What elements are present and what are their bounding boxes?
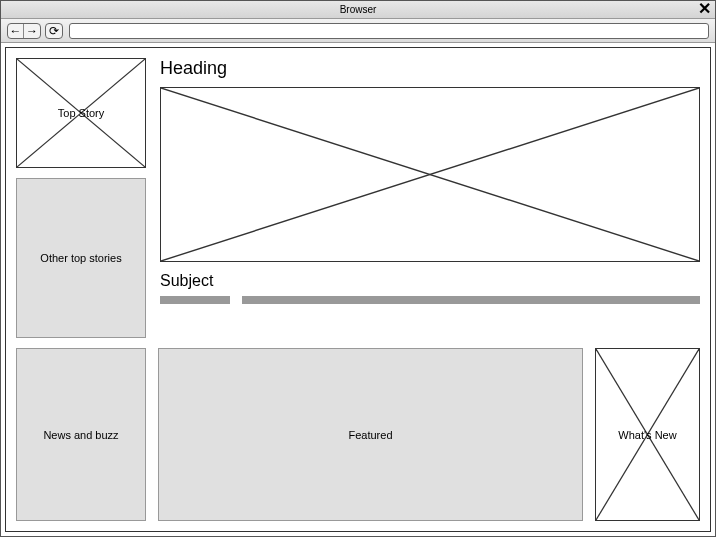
whats-new-label: What's New — [616, 429, 678, 441]
page-content: Top Story Other top stories Heading Subj… — [5, 47, 711, 532]
page-heading: Heading — [160, 58, 700, 79]
top-story-box[interactable]: Top Story — [16, 58, 146, 168]
text-placeholder-row — [160, 296, 700, 304]
url-input[interactable] — [69, 23, 709, 39]
top-story-label: Top Story — [56, 107, 106, 119]
featured-label: Featured — [346, 429, 394, 441]
window-title: Browser — [340, 4, 377, 15]
titlebar: Browser ✕ — [1, 1, 715, 19]
refresh-icon: ⟳ — [49, 24, 59, 38]
whats-new-box[interactable]: What's New — [595, 348, 700, 521]
text-placeholder-long — [242, 296, 700, 304]
left-column: Top Story Other top stories — [16, 58, 146, 338]
placeholder-x-icon — [161, 88, 699, 261]
text-placeholder-short — [160, 296, 230, 304]
upper-row: Top Story Other top stories Heading Subj… — [16, 58, 700, 338]
featured-box[interactable]: Featured — [158, 348, 583, 521]
subject-heading: Subject — [160, 272, 700, 290]
hero-image[interactable] — [160, 87, 700, 262]
lower-row: News and buzz Featured What's New — [16, 348, 700, 521]
close-icon[interactable]: ✕ — [698, 1, 711, 17]
other-top-stories-label: Other top stories — [38, 252, 123, 264]
news-and-buzz-label: News and buzz — [41, 429, 120, 441]
news-and-buzz-box[interactable]: News and buzz — [16, 348, 146, 521]
other-top-stories-box[interactable]: Other top stories — [16, 178, 146, 338]
toolbar: ← → ⟳ — [1, 19, 715, 43]
main-column: Heading Subject — [160, 58, 700, 338]
forward-button[interactable]: → — [24, 24, 40, 38]
nav-group: ← → — [7, 23, 41, 39]
back-button[interactable]: ← — [8, 24, 24, 38]
browser-window: Browser ✕ ← → ⟳ Top Story — [0, 0, 716, 537]
arrow-right-icon: → — [26, 25, 38, 37]
arrow-left-icon: ← — [10, 25, 22, 37]
refresh-button[interactable]: ⟳ — [45, 23, 63, 39]
